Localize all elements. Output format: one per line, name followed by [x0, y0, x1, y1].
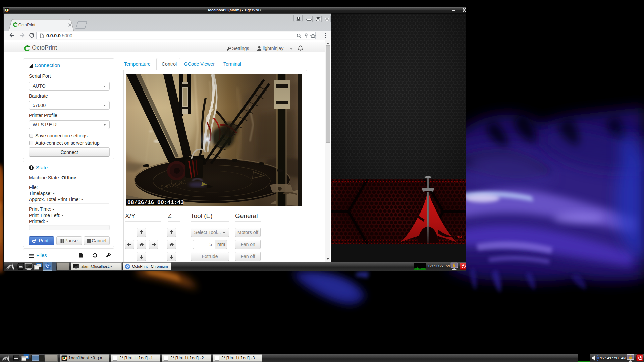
- svg-text:TM: TM: [457, 235, 462, 239]
- svg-text:08/26/16 00:41:43: 08/26/16 00:41:43: [127, 199, 184, 206]
